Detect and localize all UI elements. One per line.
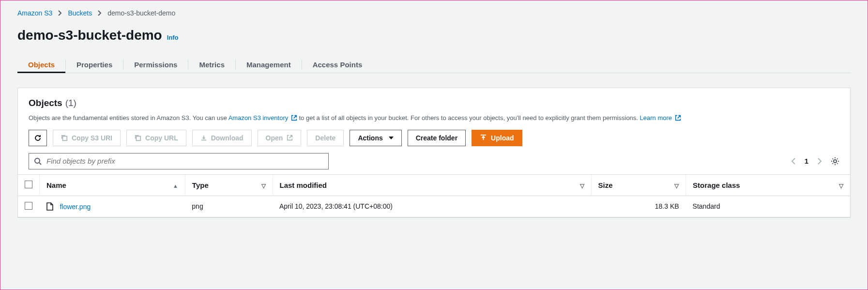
sort-icon	[261, 181, 266, 189]
copy-icon	[135, 135, 141, 141]
col-header-name[interactable]: Name	[40, 174, 185, 196]
svg-point-3	[834, 160, 837, 163]
cell-size: 18.3 KB	[591, 196, 686, 217]
learn-more-link[interactable]: Learn more	[640, 114, 681, 122]
tab-permissions[interactable]: Permissions	[123, 57, 188, 73]
learn-more-link-text: Learn more	[640, 114, 672, 122]
tab-management[interactable]: Management	[236, 57, 302, 73]
breadcrumb-current: demo-s3-bucket-demo	[107, 9, 175, 17]
prev-page-button[interactable]	[791, 157, 796, 165]
panel-description: Objects are the fundamental entities sto…	[29, 113, 839, 123]
download-button[interactable]: Download	[192, 130, 252, 146]
next-page-button[interactable]	[817, 157, 822, 165]
col-header-name-label: Name	[46, 181, 66, 189]
panel-count: (1)	[65, 98, 76, 108]
svg-point-2	[35, 158, 40, 163]
breadcrumb-buckets-link[interactable]: Buckets	[68, 9, 92, 17]
tab-bar: Objects Properties Permissions Metrics M…	[17, 57, 851, 73]
sort-icon	[674, 181, 679, 189]
col-header-storage-class-label: Storage class	[693, 181, 740, 189]
copy-icon	[61, 135, 68, 141]
upload-icon	[480, 134, 487, 141]
row-checkbox[interactable]	[25, 202, 32, 210]
col-header-type-label: Type	[192, 181, 209, 189]
panel-title: Objects	[29, 98, 62, 108]
toolbar: Copy S3 URI Copy URL Download Open	[29, 130, 839, 146]
row-select-cell	[18, 196, 40, 217]
s3-inventory-link[interactable]: Amazon S3 inventory	[228, 114, 299, 122]
col-header-size[interactable]: Size	[591, 174, 686, 196]
copy-url-label: Copy URL	[145, 134, 178, 142]
col-header-last-modified-label: Last modified	[280, 181, 327, 189]
delete-button[interactable]: Delete	[307, 130, 344, 146]
select-all-checkbox[interactable]	[25, 181, 32, 188]
copy-s3-uri-button[interactable]: Copy S3 URI	[53, 130, 121, 146]
breadcrumb-root-link[interactable]: Amazon S3	[17, 9, 52, 17]
search-icon	[34, 157, 42, 165]
tab-metrics[interactable]: Metrics	[188, 57, 235, 73]
page-title: demo-s3-bucket-demo	[17, 28, 162, 43]
open-label: Open	[266, 134, 283, 142]
objects-panel: Objects (1) Objects are the fundamental …	[17, 88, 851, 218]
chevron-right-icon	[98, 10, 102, 16]
file-icon	[46, 202, 53, 211]
svg-rect-1	[137, 136, 141, 140]
caret-down-icon	[389, 137, 394, 139]
table-row: flower.png png April 10, 2023, 23:08:41 …	[18, 196, 850, 217]
external-link-icon	[675, 115, 681, 121]
tab-objects[interactable]: Objects	[17, 57, 65, 73]
col-header-storage-class[interactable]: Storage class	[686, 174, 850, 196]
external-link-icon	[291, 115, 297, 121]
upload-button[interactable]: Upload	[472, 130, 522, 146]
sort-icon	[839, 181, 843, 189]
download-label: Download	[211, 134, 244, 142]
page-number: 1	[805, 157, 808, 165]
panel-desc-text: Objects are the fundamental entities sto…	[29, 114, 228, 122]
search-input[interactable]	[46, 157, 323, 165]
objects-table: Name Type Last modified Size	[18, 174, 850, 217]
tab-access-points[interactable]: Access Points	[302, 57, 373, 73]
svg-rect-0	[63, 136, 67, 140]
col-header-last-modified[interactable]: Last modified	[273, 174, 591, 196]
filter-row: 1	[29, 153, 839, 169]
breadcrumb: Amazon S3 Buckets demo-s3-bucket-demo	[17, 9, 851, 17]
actions-label: Actions	[358, 134, 382, 142]
cell-storage-class: Standard	[686, 196, 850, 217]
upload-label: Upload	[491, 134, 514, 142]
create-folder-label: Create folder	[416, 134, 457, 142]
table-header-row: Name Type Last modified Size	[18, 174, 850, 196]
open-button[interactable]: Open	[258, 130, 302, 146]
cell-name: flower.png	[40, 196, 185, 217]
cell-type: png	[185, 196, 273, 217]
col-header-size-label: Size	[598, 181, 613, 189]
sort-asc-icon	[173, 181, 178, 189]
panel-desc-text: to get a list of all objects in your buc…	[299, 114, 640, 122]
search-input-wrap[interactable]	[29, 153, 329, 169]
sort-icon	[580, 181, 584, 189]
page-header: demo-s3-bucket-demo Info	[17, 28, 851, 43]
copy-s3-uri-label: Copy S3 URI	[72, 134, 112, 142]
create-folder-button[interactable]: Create folder	[408, 130, 466, 146]
cell-last-modified: April 10, 2023, 23:08:41 (UTC+08:00)	[273, 196, 591, 217]
s3-inventory-link-text: Amazon S3 inventory	[228, 114, 289, 122]
copy-url-button[interactable]: Copy URL	[126, 130, 186, 146]
panel-header: Objects (1)	[29, 98, 839, 108]
delete-label: Delete	[315, 134, 335, 142]
actions-button[interactable]: Actions	[350, 130, 401, 146]
col-header-type[interactable]: Type	[185, 174, 273, 196]
refresh-button[interactable]	[29, 130, 47, 146]
chevron-right-icon	[58, 10, 62, 16]
download-icon	[200, 135, 207, 141]
settings-button[interactable]	[831, 157, 839, 166]
tab-properties[interactable]: Properties	[66, 57, 123, 73]
info-link[interactable]: Info	[167, 34, 179, 41]
external-link-icon	[287, 135, 293, 141]
select-all-header	[18, 174, 40, 196]
object-name-link[interactable]: flower.png	[60, 203, 91, 211]
refresh-icon	[34, 134, 42, 142]
pager: 1	[791, 157, 839, 166]
